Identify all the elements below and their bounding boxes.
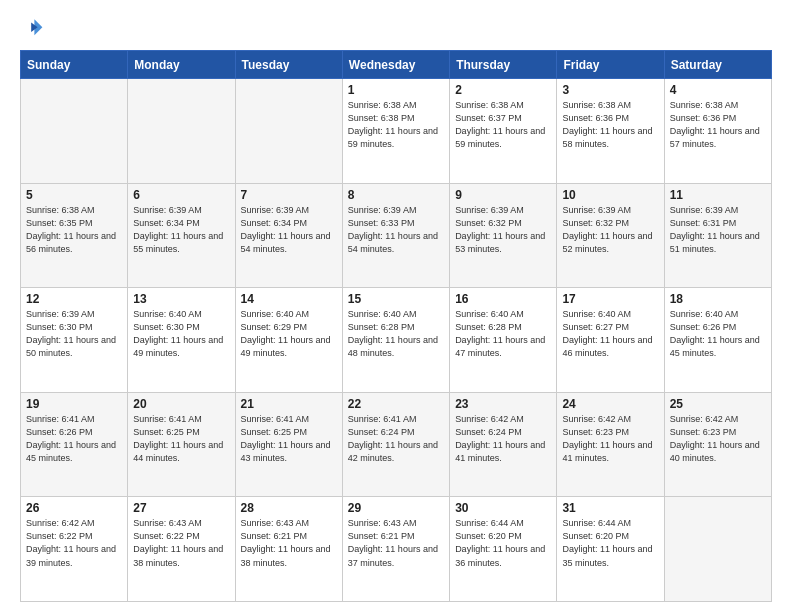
calendar-cell: 22 Sunrise: 6:41 AMSunset: 6:24 PMDaylig… [342, 392, 449, 497]
day-info: Sunrise: 6:39 AMSunset: 6:33 PMDaylight:… [348, 205, 438, 254]
calendar-cell: 4 Sunrise: 6:38 AMSunset: 6:36 PMDayligh… [664, 79, 771, 184]
calendar-week-5: 26 Sunrise: 6:42 AMSunset: 6:22 PMDaylig… [21, 497, 772, 602]
day-number: 8 [348, 188, 444, 202]
day-number: 21 [241, 397, 337, 411]
day-number: 24 [562, 397, 658, 411]
day-number: 20 [133, 397, 229, 411]
logo-icon [20, 16, 44, 40]
day-info: Sunrise: 6:43 AMSunset: 6:21 PMDaylight:… [241, 518, 331, 567]
calendar-cell: 26 Sunrise: 6:42 AMSunset: 6:22 PMDaylig… [21, 497, 128, 602]
day-info: Sunrise: 6:38 AMSunset: 6:38 PMDaylight:… [348, 100, 438, 149]
day-number: 28 [241, 501, 337, 515]
day-info: Sunrise: 6:39 AMSunset: 6:34 PMDaylight:… [133, 205, 223, 254]
day-info: Sunrise: 6:42 AMSunset: 6:23 PMDaylight:… [670, 414, 760, 463]
day-info: Sunrise: 6:42 AMSunset: 6:22 PMDaylight:… [26, 518, 116, 567]
calendar-cell: 7 Sunrise: 6:39 AMSunset: 6:34 PMDayligh… [235, 183, 342, 288]
day-number: 13 [133, 292, 229, 306]
day-number: 19 [26, 397, 122, 411]
day-number: 25 [670, 397, 766, 411]
calendar-page: SundayMondayTuesdayWednesdayThursdayFrid… [0, 0, 792, 612]
calendar-week-1: 1 Sunrise: 6:38 AMSunset: 6:38 PMDayligh… [21, 79, 772, 184]
calendar-cell: 1 Sunrise: 6:38 AMSunset: 6:38 PMDayligh… [342, 79, 449, 184]
calendar-cell: 15 Sunrise: 6:40 AMSunset: 6:28 PMDaylig… [342, 288, 449, 393]
day-number: 16 [455, 292, 551, 306]
logo [20, 16, 48, 40]
day-info: Sunrise: 6:38 AMSunset: 6:37 PMDaylight:… [455, 100, 545, 149]
day-info: Sunrise: 6:38 AMSunset: 6:36 PMDaylight:… [562, 100, 652, 149]
calendar-cell [21, 79, 128, 184]
calendar-cell: 11 Sunrise: 6:39 AMSunset: 6:31 PMDaylig… [664, 183, 771, 288]
day-info: Sunrise: 6:42 AMSunset: 6:23 PMDaylight:… [562, 414, 652, 463]
calendar-cell: 30 Sunrise: 6:44 AMSunset: 6:20 PMDaylig… [450, 497, 557, 602]
calendar-cell: 2 Sunrise: 6:38 AMSunset: 6:37 PMDayligh… [450, 79, 557, 184]
col-header-tuesday: Tuesday [235, 51, 342, 79]
day-info: Sunrise: 6:40 AMSunset: 6:27 PMDaylight:… [562, 309, 652, 358]
day-number: 29 [348, 501, 444, 515]
day-info: Sunrise: 6:38 AMSunset: 6:35 PMDaylight:… [26, 205, 116, 254]
calendar-week-3: 12 Sunrise: 6:39 AMSunset: 6:30 PMDaylig… [21, 288, 772, 393]
day-info: Sunrise: 6:40 AMSunset: 6:28 PMDaylight:… [455, 309, 545, 358]
calendar-cell: 23 Sunrise: 6:42 AMSunset: 6:24 PMDaylig… [450, 392, 557, 497]
col-header-monday: Monday [128, 51, 235, 79]
calendar-cell: 25 Sunrise: 6:42 AMSunset: 6:23 PMDaylig… [664, 392, 771, 497]
col-header-sunday: Sunday [21, 51, 128, 79]
calendar-week-4: 19 Sunrise: 6:41 AMSunset: 6:26 PMDaylig… [21, 392, 772, 497]
calendar-cell: 17 Sunrise: 6:40 AMSunset: 6:27 PMDaylig… [557, 288, 664, 393]
day-number: 27 [133, 501, 229, 515]
calendar-cell: 19 Sunrise: 6:41 AMSunset: 6:26 PMDaylig… [21, 392, 128, 497]
day-info: Sunrise: 6:39 AMSunset: 6:31 PMDaylight:… [670, 205, 760, 254]
day-info: Sunrise: 6:38 AMSunset: 6:36 PMDaylight:… [670, 100, 760, 149]
day-info: Sunrise: 6:44 AMSunset: 6:20 PMDaylight:… [455, 518, 545, 567]
day-number: 14 [241, 292, 337, 306]
calendar-cell: 31 Sunrise: 6:44 AMSunset: 6:20 PMDaylig… [557, 497, 664, 602]
calendar-cell: 6 Sunrise: 6:39 AMSunset: 6:34 PMDayligh… [128, 183, 235, 288]
day-number: 18 [670, 292, 766, 306]
day-info: Sunrise: 6:41 AMSunset: 6:24 PMDaylight:… [348, 414, 438, 463]
calendar-cell: 14 Sunrise: 6:40 AMSunset: 6:29 PMDaylig… [235, 288, 342, 393]
calendar-cell [664, 497, 771, 602]
day-info: Sunrise: 6:43 AMSunset: 6:22 PMDaylight:… [133, 518, 223, 567]
day-info: Sunrise: 6:40 AMSunset: 6:29 PMDaylight:… [241, 309, 331, 358]
calendar-header-row: SundayMondayTuesdayWednesdayThursdayFrid… [21, 51, 772, 79]
calendar-cell: 3 Sunrise: 6:38 AMSunset: 6:36 PMDayligh… [557, 79, 664, 184]
day-number: 7 [241, 188, 337, 202]
day-number: 22 [348, 397, 444, 411]
day-info: Sunrise: 6:39 AMSunset: 6:32 PMDaylight:… [455, 205, 545, 254]
calendar-cell: 21 Sunrise: 6:41 AMSunset: 6:25 PMDaylig… [235, 392, 342, 497]
day-info: Sunrise: 6:41 AMSunset: 6:25 PMDaylight:… [241, 414, 331, 463]
calendar-cell: 20 Sunrise: 6:41 AMSunset: 6:25 PMDaylig… [128, 392, 235, 497]
calendar-week-2: 5 Sunrise: 6:38 AMSunset: 6:35 PMDayligh… [21, 183, 772, 288]
day-info: Sunrise: 6:39 AMSunset: 6:32 PMDaylight:… [562, 205, 652, 254]
day-info: Sunrise: 6:40 AMSunset: 6:30 PMDaylight:… [133, 309, 223, 358]
calendar-cell: 5 Sunrise: 6:38 AMSunset: 6:35 PMDayligh… [21, 183, 128, 288]
calendar-cell: 10 Sunrise: 6:39 AMSunset: 6:32 PMDaylig… [557, 183, 664, 288]
day-number: 5 [26, 188, 122, 202]
day-info: Sunrise: 6:39 AMSunset: 6:34 PMDaylight:… [241, 205, 331, 254]
day-info: Sunrise: 6:43 AMSunset: 6:21 PMDaylight:… [348, 518, 438, 567]
calendar-cell: 24 Sunrise: 6:42 AMSunset: 6:23 PMDaylig… [557, 392, 664, 497]
day-number: 6 [133, 188, 229, 202]
day-number: 1 [348, 83, 444, 97]
calendar-cell: 8 Sunrise: 6:39 AMSunset: 6:33 PMDayligh… [342, 183, 449, 288]
calendar-cell: 12 Sunrise: 6:39 AMSunset: 6:30 PMDaylig… [21, 288, 128, 393]
day-number: 17 [562, 292, 658, 306]
day-number: 31 [562, 501, 658, 515]
col-header-friday: Friday [557, 51, 664, 79]
calendar-cell [235, 79, 342, 184]
day-number: 3 [562, 83, 658, 97]
day-info: Sunrise: 6:41 AMSunset: 6:26 PMDaylight:… [26, 414, 116, 463]
day-info: Sunrise: 6:42 AMSunset: 6:24 PMDaylight:… [455, 414, 545, 463]
day-number: 2 [455, 83, 551, 97]
calendar-cell [128, 79, 235, 184]
day-number: 9 [455, 188, 551, 202]
day-info: Sunrise: 6:40 AMSunset: 6:26 PMDaylight:… [670, 309, 760, 358]
day-info: Sunrise: 6:39 AMSunset: 6:30 PMDaylight:… [26, 309, 116, 358]
day-number: 12 [26, 292, 122, 306]
calendar-cell: 28 Sunrise: 6:43 AMSunset: 6:21 PMDaylig… [235, 497, 342, 602]
calendar-cell: 29 Sunrise: 6:43 AMSunset: 6:21 PMDaylig… [342, 497, 449, 602]
day-number: 23 [455, 397, 551, 411]
col-header-saturday: Saturday [664, 51, 771, 79]
calendar-cell: 27 Sunrise: 6:43 AMSunset: 6:22 PMDaylig… [128, 497, 235, 602]
calendar-cell: 13 Sunrise: 6:40 AMSunset: 6:30 PMDaylig… [128, 288, 235, 393]
day-info: Sunrise: 6:40 AMSunset: 6:28 PMDaylight:… [348, 309, 438, 358]
